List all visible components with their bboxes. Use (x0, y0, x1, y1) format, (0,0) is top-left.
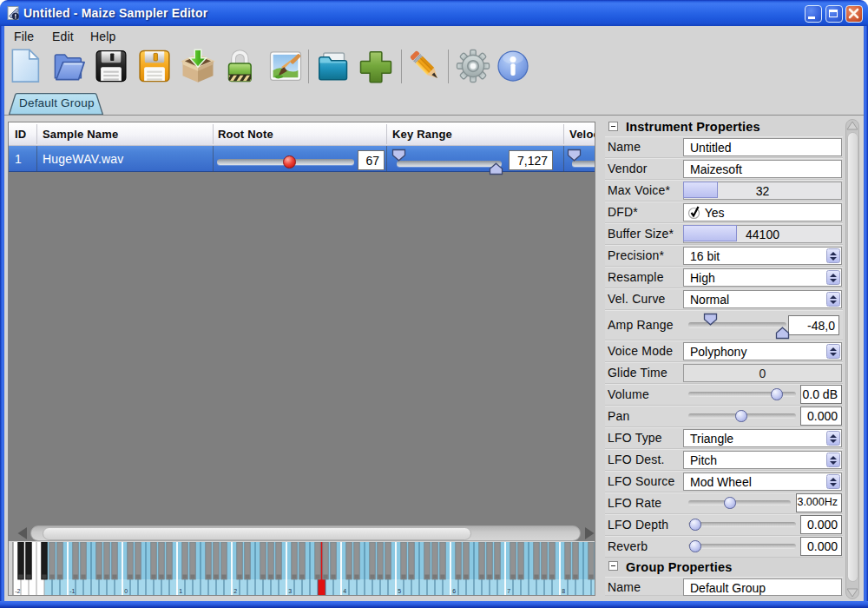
svg-text:4: 4 (343, 588, 346, 594)
svg-text:-2: -2 (15, 588, 20, 594)
svg-text:0: 0 (124, 588, 128, 594)
svg-text:-1: -1 (69, 588, 75, 594)
svg-text:5: 5 (398, 588, 401, 594)
svg-text:8: 8 (562, 588, 565, 594)
svg-text:1: 1 (179, 588, 182, 594)
svg-text:6: 6 (452, 588, 456, 594)
svg-text:3: 3 (288, 588, 292, 594)
svg-text:2: 2 (233, 588, 237, 594)
svg-text:7: 7 (507, 588, 510, 594)
